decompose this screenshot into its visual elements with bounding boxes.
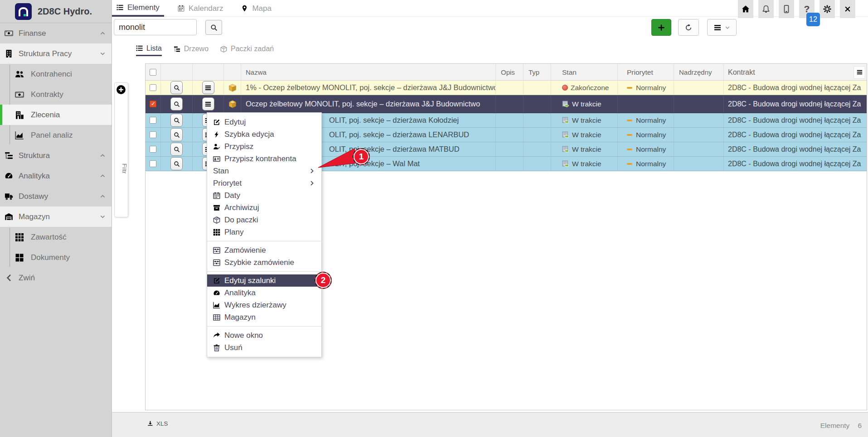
menu-item-przypisz-kontrahenta[interactable]: Przypisz kontrahenta	[207, 153, 321, 165]
table-row-selected[interactable]: Oczep żelbetowy MONOLIT, poj. sekcje – d…	[145, 95, 867, 113]
row-checkbox[interactable]	[145, 81, 161, 95]
sidebar-item-dostawy[interactable]: Dostawy	[0, 186, 112, 206]
sidebar-item-struktura-pracy[interactable]: Struktura Pracy	[0, 43, 112, 64]
tab-drzewo[interactable]: Drzewo	[174, 42, 209, 56]
menu-item-zamowienie[interactable]: Zamówienie	[207, 244, 321, 256]
menu-item-archiwizuj[interactable]: Archiwizuj	[207, 202, 321, 214]
menu-item-wykres-dzierzawy[interactable]: Wykres dzierżawy	[207, 299, 321, 311]
table-row[interactable]: 1% - Oczep żelbetowy MONOLIT, poj. sekcj…	[145, 81, 867, 95]
sidebar-item-analityka[interactable]: Analityka	[0, 166, 112, 186]
sidebar-item-finanse[interactable]: Finanse	[0, 23, 112, 43]
menu-item-usun[interactable]: Usuń	[207, 341, 321, 354]
tab-lista[interactable]: Lista	[136, 42, 162, 56]
home-button[interactable]	[738, 0, 753, 18]
table-columns-button[interactable]	[853, 66, 865, 79]
priority-label: Normalny	[636, 160, 666, 168]
chart-icon	[213, 302, 220, 309]
menu-item-szybka-edycja[interactable]: Szybka edycja	[207, 128, 321, 140]
header-typ[interactable]: Typ	[524, 64, 551, 80]
header-stan[interactable]: Stan	[551, 64, 618, 80]
header-opis[interactable]: Opis	[496, 64, 524, 80]
menu-item-przypisz[interactable]: Przypisz	[207, 140, 321, 153]
sidebar-item-dokumenty[interactable]: Dokumenty	[0, 247, 112, 268]
app-logo	[15, 3, 32, 20]
menu-item-edytuj[interactable]: Edytuj	[207, 116, 321, 128]
row-context-menu: Edytuj Szybka edycja Przypisz Przypisz k…	[207, 112, 322, 357]
row-checkbox[interactable]	[145, 142, 161, 156]
menu-item-do-paczki[interactable]: Do paczki	[207, 214, 321, 226]
menu-item-plany[interactable]: Plany	[207, 226, 321, 238]
row-checkbox[interactable]	[145, 113, 161, 127]
filter-panel-tab[interactable]: Filtr	[114, 82, 128, 217]
header-kontrakt[interactable]: Kontrakt	[724, 64, 867, 80]
search-button[interactable]	[205, 20, 222, 35]
menu-item-edytuj-szalunki[interactable]: Edytuj szalunki	[207, 274, 321, 287]
status-done-icon	[562, 85, 568, 91]
export-xls-button[interactable]: XLS	[147, 420, 168, 427]
tab-paczki-zadan[interactable]: Paczki zadań	[220, 42, 274, 56]
row-checkbox[interactable]	[145, 157, 161, 171]
close-button[interactable]	[840, 0, 855, 18]
header-preview-column	[161, 64, 193, 80]
search-input[interactable]	[114, 19, 197, 35]
sidebar-item-panel-analiz[interactable]: Panel analiz	[0, 125, 112, 145]
row-preview-button[interactable]	[170, 81, 183, 94]
priority-normal-icon	[627, 149, 632, 150]
refresh-button[interactable]	[678, 19, 699, 36]
row-preview-button[interactable]	[170, 143, 183, 156]
row-name: OLIT, poj. sekcje – dzierżawa Kołodziej	[329, 116, 459, 125]
priority-label: Normalny	[636, 131, 666, 139]
row-preview-button[interactable]	[170, 97, 183, 110]
row-preview-button[interactable]	[170, 157, 183, 170]
menu-item-szybkie-zamowienie[interactable]: Szybkie zamówienie	[207, 256, 321, 269]
chevron-down-icon	[100, 214, 106, 220]
tab-label: Elementy	[127, 3, 160, 12]
header-priorytet[interactable]: Priorytet	[618, 64, 674, 80]
sidebar-item-magazyn[interactable]: Magazyn	[0, 206, 112, 227]
bell-icon	[762, 5, 770, 13]
sidebar-item-struktura[interactable]: Struktura	[0, 145, 112, 166]
menu-item-magazyn[interactable]: Magazyn	[207, 311, 321, 323]
sidebar-item-zawartosc[interactable]: Zawartość	[0, 227, 112, 247]
status-label: W trakcie	[572, 160, 601, 168]
contract-label: 2D8C - Budowa drogi wodnej łączącej Za	[728, 100, 861, 108]
add-element-button[interactable]	[651, 19, 671, 36]
annotation-step-1: 1	[353, 148, 370, 165]
sidebar-item-zlecenia[interactable]: Zlecenia	[0, 105, 112, 125]
sidebar-item-kontrahenci[interactable]: Kontrahenci	[0, 64, 112, 84]
tachometer-icon	[213, 289, 220, 297]
row-preview-button[interactable]	[170, 114, 183, 127]
settings-button[interactable]	[820, 0, 835, 18]
menu-item-stan[interactable]: Stan	[207, 165, 321, 177]
notifications-button[interactable]	[758, 0, 774, 18]
map-marker-icon	[241, 5, 248, 12]
menu-item-analityka[interactable]: Analityka	[207, 287, 321, 299]
sidebar-item-label: Struktura Pracy	[19, 49, 94, 58]
mobile-button[interactable]	[779, 0, 794, 18]
menu-item-nowe-okno[interactable]: Nowe okno	[207, 329, 321, 341]
priority-label: Normalny	[636, 145, 666, 154]
row-menu-button[interactable]	[202, 97, 214, 110]
row-checkbox[interactable]	[145, 128, 161, 142]
lightning-icon	[213, 131, 220, 138]
menu-item-priorytet[interactable]: Priorytet	[207, 177, 321, 189]
tab-mapa[interactable]: Mapa	[237, 0, 276, 17]
list-options-button[interactable]	[707, 19, 737, 36]
add-filter-icon[interactable]	[116, 85, 126, 95]
mobile-icon	[782, 5, 790, 13]
row-checkbox[interactable]	[145, 95, 161, 113]
tab-elementy[interactable]: Elementy	[112, 0, 164, 17]
tab-label: Drzewo	[184, 45, 209, 53]
tab-kalendarz[interactable]: Kalendarz	[173, 0, 228, 17]
sidebar-item-kontrakty[interactable]: Kontrakty	[0, 84, 112, 105]
sidebar-item-label: Panel analiz	[31, 131, 73, 140]
sidebar-collapse-button[interactable]: Zwiń	[0, 268, 112, 288]
header-nadrzedny[interactable]: Nadrzędny	[674, 64, 724, 80]
row-name: Oczep żelbetowy MONOLIT, poj. sekcje – d…	[246, 100, 480, 108]
menu-item-daty[interactable]: Daty	[207, 189, 321, 202]
row-preview-button[interactable]	[170, 128, 183, 141]
sidebar-item-label: Analityka	[19, 172, 94, 181]
header-nazwa[interactable]: Nazwa	[241, 64, 496, 80]
select-all-checkbox[interactable]	[145, 64, 161, 80]
row-menu-button[interactable]	[202, 81, 214, 94]
